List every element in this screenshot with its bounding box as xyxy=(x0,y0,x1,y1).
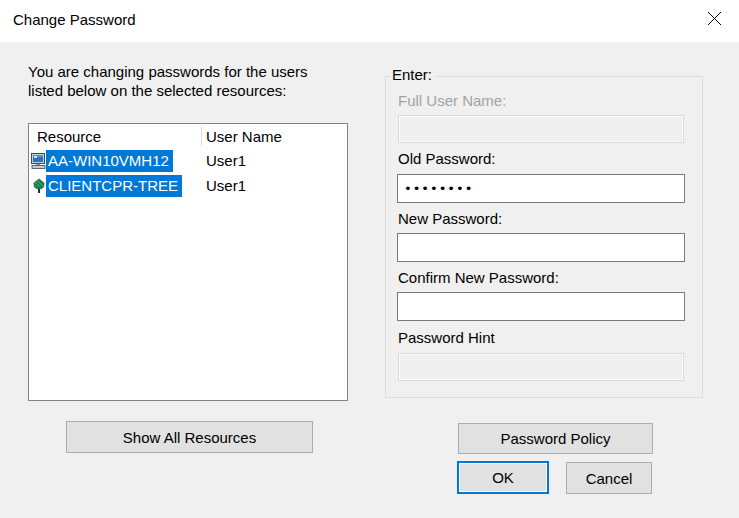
change-password-dialog: Change Password You are changing passwor… xyxy=(0,0,739,518)
old-password-label: Old Password: xyxy=(398,150,496,167)
password-hint-input xyxy=(398,353,684,381)
old-password-input[interactable] xyxy=(397,174,685,203)
close-icon xyxy=(707,11,722,29)
resource-list[interactable]: Resource User Name AA-WIN10VMH12 User1 xyxy=(28,123,348,401)
confirm-new-password-input[interactable] xyxy=(397,292,685,321)
dialog-title: Change Password xyxy=(13,11,136,28)
groupbox-legend: Enter: xyxy=(390,66,436,83)
instruction-line-2: listed below on the selected resources: xyxy=(28,81,368,100)
instruction-text: You are changing passwords for the users… xyxy=(28,62,368,100)
user-name-cell: User1 xyxy=(206,152,246,169)
ok-button[interactable]: OK xyxy=(457,461,549,494)
full-user-name-label: Full User Name: xyxy=(398,92,506,109)
column-header-resource: Resource xyxy=(37,128,101,145)
user-name-cell: User1 xyxy=(206,177,246,194)
enter-groupbox: Enter: Full User Name: Old Password: New… xyxy=(385,76,703,398)
close-button[interactable] xyxy=(692,0,737,40)
computer-icon xyxy=(31,153,47,169)
column-divider xyxy=(201,126,202,147)
new-password-input[interactable] xyxy=(397,233,685,262)
tree-icon xyxy=(31,178,47,194)
resource-name-selected[interactable]: AA-WIN10VMH12 xyxy=(46,150,173,172)
show-all-resources-button[interactable]: Show All Resources xyxy=(66,421,313,453)
list-item-resource-1[interactable]: AA-WIN10VMH12 User1 xyxy=(29,149,347,174)
instruction-line-1: You are changing passwords for the users xyxy=(28,62,368,81)
password-hint-label: Password Hint xyxy=(398,329,495,346)
column-header-user-name: User Name xyxy=(206,128,282,145)
new-password-label: New Password: xyxy=(398,210,502,227)
password-policy-button[interactable]: Password Policy xyxy=(458,423,653,454)
cancel-button[interactable]: Cancel xyxy=(566,462,652,494)
resource-name-selected[interactable]: CLIENTCPR-TREE xyxy=(46,175,182,197)
full-user-name-input xyxy=(398,115,684,143)
confirm-new-password-label: Confirm New Password: xyxy=(398,269,559,286)
list-item-resource-2[interactable]: CLIENTCPR-TREE User1 xyxy=(29,174,347,199)
titlebar: Change Password xyxy=(0,0,739,42)
